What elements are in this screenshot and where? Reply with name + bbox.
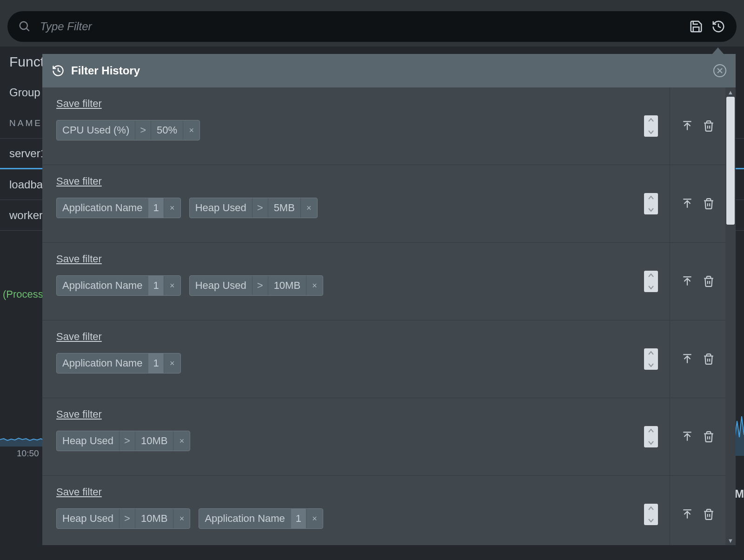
chevron-down-icon [648, 285, 654, 290]
action-column [670, 165, 725, 242]
popover-header: Filter History [42, 54, 736, 87]
save-filter-link[interactable]: Save filter [56, 253, 102, 265]
chip-row: Application Name1× [56, 353, 618, 373]
chevron-down-icon [648, 363, 654, 367]
filter-chip[interactable]: Application Name1× [56, 198, 181, 218]
save-filter-link[interactable]: Save filter [56, 331, 102, 343]
close-icon [717, 68, 723, 73]
sort-stepper[interactable] [644, 193, 658, 214]
sort-column [632, 320, 670, 398]
chevron-down-icon [648, 518, 654, 523]
filter-chip[interactable]: Heap Used>10MB× [56, 508, 190, 529]
save-filter-link[interactable]: Save filter [56, 98, 102, 110]
chip-operator: > [135, 120, 151, 140]
popover-title: Filter History [71, 64, 140, 77]
history-item: Save filterApplication Name1×Heap Used>5… [42, 165, 725, 243]
history-item-main: Save filterApplication Name1×Heap Used>5… [42, 165, 632, 242]
history-item-main: Save filterApplication Name1×Heap Used>1… [42, 243, 632, 320]
scroll-down-arrow[interactable]: ▼ [725, 536, 736, 545]
chip-value: 5MB [268, 198, 300, 218]
filter-bar-container: Type Filter [0, 0, 744, 47]
history-item: Save filterHeap Used>10MB× [42, 398, 725, 476]
chip-remove-button[interactable]: × [164, 198, 180, 218]
sort-column [632, 243, 670, 320]
delete-icon[interactable] [703, 198, 715, 210]
chevron-up-icon [648, 351, 654, 355]
history-item-main: Save filterHeap Used>10MB×Application Na… [42, 476, 632, 545]
sort-stepper[interactable] [644, 426, 658, 447]
delete-icon[interactable] [703, 508, 715, 520]
sort-stepper[interactable] [644, 504, 658, 525]
history-icon[interactable] [711, 20, 725, 33]
save-filter-link[interactable]: Save filter [56, 408, 102, 420]
scroll-up-arrow[interactable]: ▲ [725, 87, 736, 97]
delete-icon[interactable] [703, 275, 715, 287]
save-filter-link[interactable]: Save filter [56, 486, 102, 498]
filter-chip[interactable]: Application Name1× [199, 508, 323, 529]
sort-stepper[interactable] [644, 348, 658, 370]
apply-filter-icon[interactable] [681, 353, 693, 365]
sort-column [632, 87, 670, 165]
save-icon[interactable] [689, 20, 703, 33]
history-item-main: Save filterApplication Name1× [42, 320, 632, 398]
chip-operator: > [119, 431, 135, 451]
filter-chip[interactable]: Heap Used>5MB× [189, 198, 318, 218]
svg-point-0 [20, 22, 27, 29]
sort-stepper[interactable] [644, 271, 658, 292]
chip-remove-button[interactable]: × [306, 276, 323, 295]
filter-chip[interactable]: Heap Used>10MB× [56, 431, 190, 451]
delete-icon[interactable] [703, 120, 715, 132]
apply-filter-icon[interactable] [681, 198, 693, 210]
history-item: Save filterApplication Name1×Heap Used>1… [42, 243, 725, 320]
chip-label: Application Name [57, 353, 148, 373]
sort-column [632, 398, 670, 475]
chip-label: CPU Used (%) [57, 120, 135, 140]
chip-remove-button[interactable]: × [164, 353, 180, 373]
action-column [670, 398, 725, 475]
apply-filter-icon[interactable] [681, 120, 693, 132]
chip-remove-button[interactable]: × [173, 509, 190, 528]
chip-remove-button[interactable]: × [173, 431, 190, 451]
popover-arrow [711, 47, 724, 55]
delete-icon[interactable] [703, 353, 715, 365]
action-column [670, 320, 725, 398]
chip-label: Heap Used [190, 276, 252, 295]
search-icon [19, 20, 31, 33]
delete-icon[interactable] [703, 431, 715, 443]
chip-value: 10MB [268, 276, 306, 295]
chip-remove-button[interactable]: × [164, 276, 180, 295]
apply-filter-icon[interactable] [681, 508, 693, 520]
chevron-up-icon [648, 195, 654, 200]
filter-chip[interactable]: Application Name1× [56, 353, 181, 373]
filter-chip[interactable]: Heap Used>10MB× [189, 275, 323, 296]
chip-label: Application Name [57, 198, 148, 218]
close-button[interactable] [713, 64, 726, 77]
apply-filter-icon[interactable] [681, 431, 693, 443]
apply-filter-icon[interactable] [681, 275, 693, 287]
chip-remove-button[interactable]: × [300, 198, 317, 218]
chip-count: 1 [291, 509, 306, 528]
filter-chip[interactable]: CPU Used (%)>50%× [56, 120, 200, 140]
scroll-thumb[interactable] [726, 97, 735, 225]
action-column [670, 87, 725, 165]
svg-line-1 [27, 28, 29, 31]
history-list: Save filterCPU Used (%)>50%×Save filterA… [42, 87, 725, 545]
filter-history-popover: Filter History Save filterCPU Used (%)>5… [42, 54, 736, 545]
save-filter-link[interactable]: Save filter [56, 175, 102, 187]
chip-operator: > [119, 509, 135, 528]
chip-row: Application Name1×Heap Used>5MB× [56, 198, 618, 218]
filter-chip[interactable]: Application Name1× [56, 275, 181, 296]
history-icon [52, 64, 65, 77]
chip-label: Application Name [199, 509, 290, 528]
chip-count: 1 [148, 353, 163, 373]
chip-label: Heap Used [57, 509, 119, 528]
history-item-main: Save filterHeap Used>10MB× [42, 398, 632, 475]
chip-operator: > [252, 276, 268, 295]
scrollbar[interactable]: ▲ ▼ [725, 87, 736, 545]
chip-label: Heap Used [57, 431, 119, 451]
chip-row: Heap Used>10MB× [56, 431, 618, 451]
chip-remove-button[interactable]: × [306, 509, 323, 528]
filter-input[interactable]: Type Filter [40, 20, 680, 33]
chip-remove-button[interactable]: × [183, 120, 199, 140]
sort-stepper[interactable] [644, 115, 658, 137]
